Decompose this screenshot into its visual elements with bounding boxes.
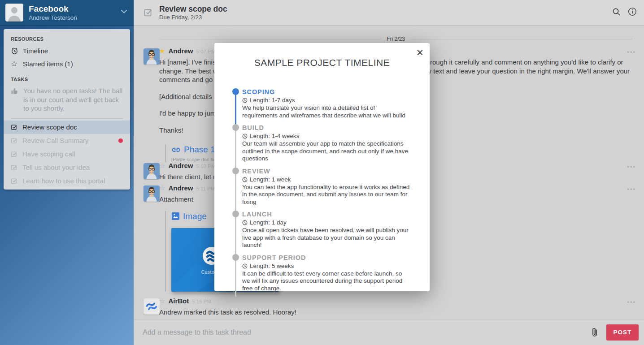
phase-scoping: SCOPING Length: 1-7 days We help transla… — [232, 88, 411, 124]
phase-name: REVIEW — [242, 167, 411, 176]
message-input[interactable] — [143, 328, 590, 336]
star-toggle-icon[interactable]: ☆ — [159, 185, 165, 192]
date-divider: Fri 2/23 — [159, 36, 632, 42]
checkbox-icon — [11, 124, 18, 131]
composer-bar: POST — [134, 319, 644, 345]
sidebar: Facebook Andrew Testerson RESOURCES Time… — [0, 0, 134, 345]
workspace-switcher[interactable]: Facebook Andrew Testerson — [0, 0, 134, 26]
due-date: Due Friday, 2/23 — [159, 14, 227, 21]
message-menu-icon[interactable]: ••• — [627, 186, 636, 193]
clock-icon — [242, 177, 248, 182]
task-item-have-scoping-call[interactable]: Have scoping call — [4, 147, 130, 161]
clock-icon — [242, 220, 248, 225]
date-divider-label: Fri 2/23 — [387, 36, 405, 42]
post-button[interactable]: POST — [606, 324, 639, 341]
timestamp: 5:10 PM — [196, 164, 215, 169]
phase-name: LAUNCH — [242, 210, 411, 219]
sidebar-item-starred[interactable]: ☆ Starred items (1) — [4, 57, 130, 70]
timeline-dot — [232, 254, 239, 261]
clock-icon — [242, 98, 248, 103]
phase-name: BUILD — [242, 124, 411, 132]
thumbs-up-icon — [11, 87, 19, 113]
unread-indicator — [118, 138, 123, 143]
timeline-dot — [232, 168, 239, 174]
sidebar-panel: RESOURCES Timeline ☆ Starred items (1) T… — [4, 29, 130, 190]
checkbox-icon — [11, 164, 18, 171]
avatar — [144, 298, 160, 315]
airbot-logo-icon — [144, 298, 160, 315]
avatar — [144, 163, 160, 179]
phase-description: You can test the app functionality to en… — [242, 184, 411, 206]
info-icon[interactable] — [628, 7, 637, 16]
andrew-photo — [144, 48, 160, 65]
phase-name: SUPPORT PERIOD — [242, 254, 411, 262]
task-item-review-call-summary[interactable]: Review Call Summary — [4, 134, 130, 147]
star-toggle-icon[interactable]: ☆ — [159, 162, 165, 169]
sample-project-timeline-modal: × SAMPLE PROJECT TIMELINE SCOPING Length… — [214, 43, 430, 291]
star-icon: ☆ — [11, 60, 18, 67]
timestamp: 5:16 PM — [192, 299, 211, 304]
task-item-review-scope-doc[interactable]: Review scope doc — [4, 121, 130, 134]
phase-length: Length: 1 day — [250, 219, 287, 227]
phase-description: Once all open tickets have been resolved… — [242, 227, 411, 249]
sidebar-item-label: Timeline — [23, 47, 48, 55]
phase-length: Length: 1 week — [250, 176, 291, 184]
project-timeline: SCOPING Length: 1-7 days We help transla… — [232, 88, 411, 297]
task-item-learn-how-to-use-portal[interactable]: Learn how to use this portal — [4, 174, 130, 188]
clock-icon — [242, 263, 248, 269]
sidebar-item-label: Starred items (1) — [23, 60, 73, 68]
phase-support-period: SUPPORT PERIOD Length: 5 weeks It can be… — [232, 254, 411, 297]
message-menu-icon[interactable]: ••• — [627, 299, 636, 306]
empty-tasks-text: You have no open tasks! The ball is in o… — [23, 86, 123, 113]
resources-section-title: RESOURCES — [4, 34, 130, 44]
andrew-photo — [144, 163, 160, 179]
link-icon — [171, 147, 181, 153]
avatar — [144, 48, 160, 65]
image-label: Image — [183, 211, 207, 222]
phase-length: Length: 1-7 days — [250, 96, 295, 104]
task-label: Tell us about your idea — [22, 164, 90, 171]
phase-description: It can be difficult to test every corner… — [242, 270, 411, 293]
phase-launch: LAUNCH Length: 1 day Once all open ticke… — [232, 210, 411, 254]
phase-description: We help translate your vision into a det… — [242, 104, 411, 119]
phase-review: REVIEW Length: 1 week You can test the a… — [232, 167, 411, 211]
star-toggle-icon[interactable]: ★ — [159, 47, 165, 55]
author-name: Andrew — [168, 47, 193, 55]
phase-length: Length: 5 weeks — [250, 262, 294, 270]
message-menu-icon[interactable]: ••• — [627, 49, 636, 56]
task-header: Review scope doc Due Friday, 2/23 — [134, 0, 644, 26]
phase-length: Length: 1-4 weeks — [250, 132, 299, 140]
task-label: Review Call Summary — [22, 137, 89, 144]
checkbox-icon — [11, 151, 18, 158]
task-label: Have scoping call — [22, 150, 75, 158]
message-text: Andrew marked this task as resolved. Hoo… — [159, 308, 632, 317]
paperclip-icon[interactable] — [590, 327, 599, 338]
star-toggle-icon[interactable]: ☆ — [159, 298, 165, 305]
sidebar-item-timeline[interactable]: Timeline — [4, 44, 130, 57]
tasks-section-title: TASKS — [4, 75, 130, 85]
task-item-tell-us-about-your-idea[interactable]: Tell us about your idea — [4, 161, 130, 174]
phase-build: BUILD Length: 1-4 weeks Our team will as… — [232, 124, 411, 167]
phase-description: Our team will assemble your app to match… — [242, 140, 411, 163]
timestamp: 5:11 PM — [196, 186, 215, 191]
close-icon[interactable]: × — [417, 46, 423, 59]
clock-icon — [242, 134, 248, 139]
checkbox-icon — [11, 177, 18, 185]
author-name: Andrew — [168, 184, 193, 192]
person-placeholder-icon — [5, 4, 23, 22]
search-icon[interactable] — [612, 8, 621, 16]
checkbox-icon — [144, 8, 153, 17]
chevron-down-icon[interactable] — [121, 9, 127, 14]
timeline-dot — [232, 88, 239, 95]
timeline-dot — [232, 124, 239, 131]
avatar — [144, 185, 160, 202]
workspace-avatar — [5, 4, 23, 22]
author-name: AirBot — [168, 297, 189, 305]
timestamp: 5:07 PM — [196, 49, 215, 54]
workspace-name: Facebook — [29, 4, 77, 14]
modal-title: SAMPLE PROJECT TIMELINE — [214, 57, 430, 68]
empty-tasks-note: You have no open tasks! The ball is in o… — [4, 85, 130, 117]
page-title: Review scope doc — [159, 4, 227, 14]
message: ☆ AirBot 5:16 PM ••• Andrew marked this … — [134, 297, 644, 317]
message-menu-icon[interactable]: ••• — [627, 164, 636, 170]
